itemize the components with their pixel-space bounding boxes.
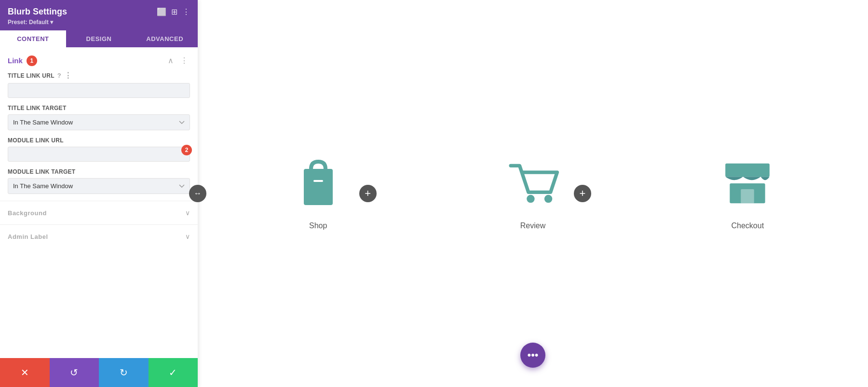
- svg-point-2: [527, 195, 535, 203]
- undo-icon: ↺: [70, 367, 78, 378]
- title-link-url-input[interactable]: [8, 83, 190, 98]
- svg-rect-4: [725, 164, 770, 177]
- title-link-url-group: Title Link URL ? ⋮: [8, 71, 190, 98]
- save-icon: ✓: [169, 367, 177, 378]
- tab-advanced[interactable]: Advanced: [132, 30, 198, 47]
- add-after-shop-button[interactable]: +: [359, 185, 377, 202]
- collapse-link-section-button[interactable]: ∧: [166, 55, 176, 66]
- module-link-target-select[interactable]: In The Same Window In A New Tab: [8, 178, 190, 194]
- tab-design[interactable]: Design: [66, 30, 132, 47]
- expand-window-icon[interactable]: ⬜: [157, 7, 166, 16]
- title-link-url-help-icon[interactable]: ?: [57, 72, 61, 79]
- title-link-url-more-icon[interactable]: ⋮: [64, 71, 72, 80]
- tab-content[interactable]: Content: [0, 30, 66, 47]
- resize-handle[interactable]: ↔: [189, 185, 206, 202]
- undo-button[interactable]: ↺: [50, 358, 99, 387]
- background-title: Background: [8, 209, 47, 217]
- link-section: Link 1 ∧ ⋮ Title Link URL ? ⋮: [0, 47, 198, 194]
- redo-button[interactable]: ↻: [99, 358, 149, 387]
- cart-icon: [506, 157, 559, 210]
- section-title-row: Link 1: [8, 55, 37, 66]
- blurb-item-shop: Shop: [292, 157, 345, 230]
- fab-menu-button[interactable]: •••: [520, 343, 545, 368]
- title-link-url-label: Title Link URL ? ⋮: [8, 71, 190, 80]
- sidebar-header-icons: ⬜ ⊞ ⋮: [157, 7, 190, 16]
- checkout-label: Checkout: [732, 221, 764, 230]
- link-section-more-button[interactable]: ⋮: [178, 55, 190, 66]
- background-section[interactable]: Background ∨: [0, 201, 198, 224]
- store-icon: [721, 157, 774, 210]
- link-badge: 1: [27, 55, 37, 66]
- title-link-target-group: Title Link Target In The Same Window In …: [8, 105, 190, 130]
- main-canvas: Shop + Review +: [198, 0, 868, 387]
- more-vert-icon[interactable]: ⋮: [182, 7, 190, 16]
- blurb-item-checkout: Checkout: [721, 157, 774, 230]
- module-link-url-label: Module Link URL: [8, 137, 190, 144]
- resize-handle-icon: ↔: [194, 189, 202, 198]
- review-label: Review: [520, 221, 545, 230]
- module-link-url-input-wrap: 2: [8, 147, 190, 162]
- sidebar-tabs: Content Design Advanced: [0, 30, 198, 47]
- store-icon-wrap: [721, 157, 774, 212]
- redo-icon: ↻: [120, 367, 128, 378]
- shop-label: Shop: [309, 221, 327, 230]
- module-link-url-input[interactable]: [8, 147, 190, 162]
- blurb-item-review: Review: [506, 157, 559, 230]
- admin-label-title: Admin Label: [8, 233, 48, 240]
- title-link-target-select[interactable]: In The Same Window In A New Tab: [8, 114, 190, 130]
- blurb-row-shop: Shop +: [292, 157, 377, 230]
- blurb-row-review: Review +: [506, 157, 591, 230]
- blurb-row-checkout: Checkout: [721, 157, 774, 230]
- title-link-target-label: Title Link Target: [8, 105, 190, 111]
- module-link-target-label: Module Link Target: [8, 168, 190, 175]
- save-button[interactable]: ✓: [149, 358, 198, 387]
- section-header-icons: ∧ ⋮: [166, 55, 190, 66]
- link-section-header: Link 1 ∧ ⋮: [8, 47, 190, 71]
- shop-icon: [292, 157, 345, 210]
- shop-icon-wrap: [292, 157, 345, 212]
- module-link-badge: 2: [181, 145, 192, 155]
- svg-rect-6: [741, 189, 755, 203]
- svg-rect-0: [304, 169, 333, 205]
- sidebar-title: Blurb Settings: [8, 7, 67, 17]
- module-link-url-group: Module Link URL 2: [8, 137, 190, 162]
- cart-icon-wrap: [506, 157, 559, 212]
- module-link-target-group: Module Link Target In The Same Window In…: [8, 168, 190, 194]
- preset-label[interactable]: Preset: Default ▾: [8, 19, 190, 26]
- svg-rect-1: [313, 180, 323, 182]
- cancel-button[interactable]: ✕: [0, 358, 50, 387]
- background-chevron-icon: ∨: [185, 209, 190, 217]
- cancel-icon: ✕: [21, 367, 29, 378]
- sidebar-header: Blurb Settings ⬜ ⊞ ⋮ Preset: Default ▾: [0, 0, 198, 30]
- admin-label-chevron-icon: ∨: [185, 233, 190, 240]
- sidebar-content: Link 1 ∧ ⋮ Title Link URL ? ⋮: [0, 47, 198, 358]
- sidebar-bottom-toolbar: ✕ ↺ ↻ ✓: [0, 358, 198, 387]
- columns-icon[interactable]: ⊞: [171, 7, 177, 16]
- admin-label-section[interactable]: Admin Label ∨: [0, 224, 198, 248]
- link-section-title: Link: [8, 56, 23, 65]
- settings-sidebar: Blurb Settings ⬜ ⊞ ⋮ Preset: Default ▾ C…: [0, 0, 198, 387]
- fab-dots-icon: •••: [527, 349, 538, 361]
- svg-point-3: [544, 195, 553, 203]
- add-after-review-button[interactable]: +: [574, 185, 591, 202]
